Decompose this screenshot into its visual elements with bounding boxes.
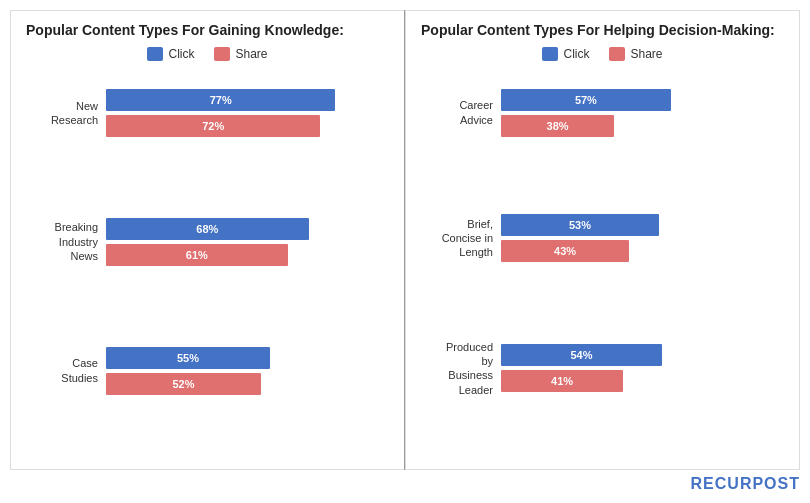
chart1-click-icon xyxy=(147,47,163,61)
click-bar-row: 68% xyxy=(106,218,389,240)
chart-knowledge: Popular Content Types For Gaining Knowle… xyxy=(10,10,404,470)
click-bar: 57% xyxy=(501,89,671,111)
bar-label: CareerAdvice xyxy=(421,98,501,127)
bar-group: CaseStudies55%52% xyxy=(26,347,389,395)
click-bar-row: 77% xyxy=(106,89,389,111)
bar-label: Brief,Concise inLength xyxy=(421,217,501,260)
click-bar-row: 54% xyxy=(501,344,784,366)
bars-wrapper: 55%52% xyxy=(106,347,389,395)
chart2-share-icon xyxy=(609,47,625,61)
share-bar-row: 72% xyxy=(106,115,389,137)
chart1-share-icon xyxy=(214,47,230,61)
click-bar-row: 57% xyxy=(501,89,784,111)
chart2-legend: Click Share xyxy=(421,47,784,61)
brand-footer: RECURPOST xyxy=(10,470,800,493)
click-bar: 54% xyxy=(501,344,662,366)
bar-label: ProducedbyBusinessLeader xyxy=(421,340,501,397)
bars-wrapper: 54%41% xyxy=(501,344,784,392)
chart2-body: CareerAdvice57%38%Brief,Concise inLength… xyxy=(421,73,784,459)
click-bar-row: 53% xyxy=(501,214,784,236)
chart1-click-label: Click xyxy=(168,47,194,61)
bars-wrapper: 68%61% xyxy=(106,218,389,266)
share-bar: 43% xyxy=(501,240,629,262)
chart1-legend-share: Share xyxy=(214,47,267,61)
chart1-legend-click: Click xyxy=(147,47,194,61)
chart-decision: Popular Content Types For Helping Decisi… xyxy=(405,10,800,470)
share-bar: 72% xyxy=(106,115,320,137)
chart2-share-label: Share xyxy=(630,47,662,61)
chart2-title: Popular Content Types For Helping Decisi… xyxy=(421,21,784,39)
share-bar-row: 52% xyxy=(106,373,389,395)
click-bar-row: 55% xyxy=(106,347,389,369)
share-bar-row: 43% xyxy=(501,240,784,262)
share-bar: 38% xyxy=(501,115,614,137)
bar-label: NewResearch xyxy=(26,99,106,128)
chart2-click-icon xyxy=(542,47,558,61)
bar-label: BreakingIndustryNews xyxy=(26,220,106,263)
chart2-legend-share: Share xyxy=(609,47,662,61)
chart1-body: NewResearch77%72%BreakingIndustryNews68%… xyxy=(26,73,389,459)
share-bar: 52% xyxy=(106,373,261,395)
chart2-legend-click: Click xyxy=(542,47,589,61)
share-bar-row: 38% xyxy=(501,115,784,137)
bar-label: CaseStudies xyxy=(26,356,106,385)
share-bar: 61% xyxy=(106,244,288,266)
chart1-title: Popular Content Types For Gaining Knowle… xyxy=(26,21,389,39)
chart1-share-label: Share xyxy=(235,47,267,61)
click-bar: 53% xyxy=(501,214,659,236)
bars-wrapper: 57%38% xyxy=(501,89,784,137)
chart2-click-label: Click xyxy=(563,47,589,61)
click-bar: 77% xyxy=(106,89,335,111)
share-bar-row: 61% xyxy=(106,244,389,266)
click-bar: 55% xyxy=(106,347,270,369)
bar-group: BreakingIndustryNews68%61% xyxy=(26,218,389,266)
charts-container: Popular Content Types For Gaining Knowle… xyxy=(10,10,800,470)
bar-group: ProducedbyBusinessLeader54%41% xyxy=(421,340,784,397)
brand-text-blue: POST xyxy=(752,475,800,492)
bars-wrapper: 77%72% xyxy=(106,89,389,137)
bar-group: NewResearch77%72% xyxy=(26,89,389,137)
bar-group: Brief,Concise inLength53%43% xyxy=(421,214,784,262)
chart1-legend: Click Share xyxy=(26,47,389,61)
brand-text-black: RECUR xyxy=(691,475,753,492)
bars-wrapper: 53%43% xyxy=(501,214,784,262)
click-bar: 68% xyxy=(106,218,309,240)
bar-group: CareerAdvice57%38% xyxy=(421,89,784,137)
share-bar-row: 41% xyxy=(501,370,784,392)
share-bar: 41% xyxy=(501,370,623,392)
